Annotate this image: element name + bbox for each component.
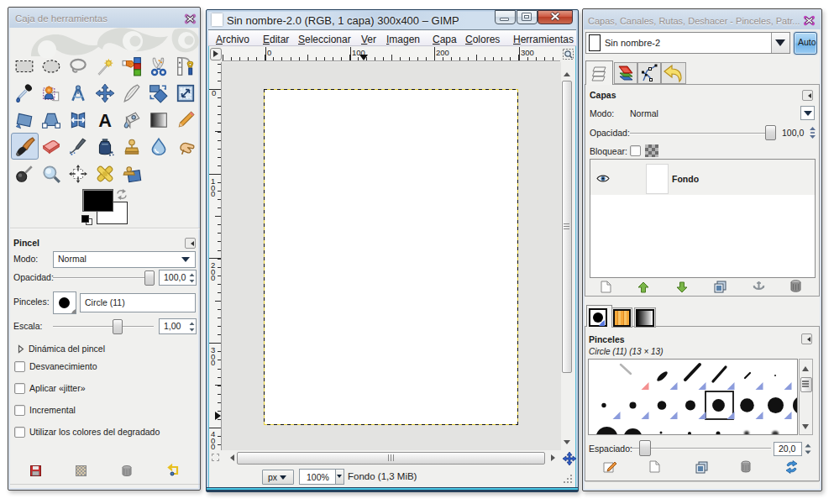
svg-text:A: A: [98, 110, 112, 131]
